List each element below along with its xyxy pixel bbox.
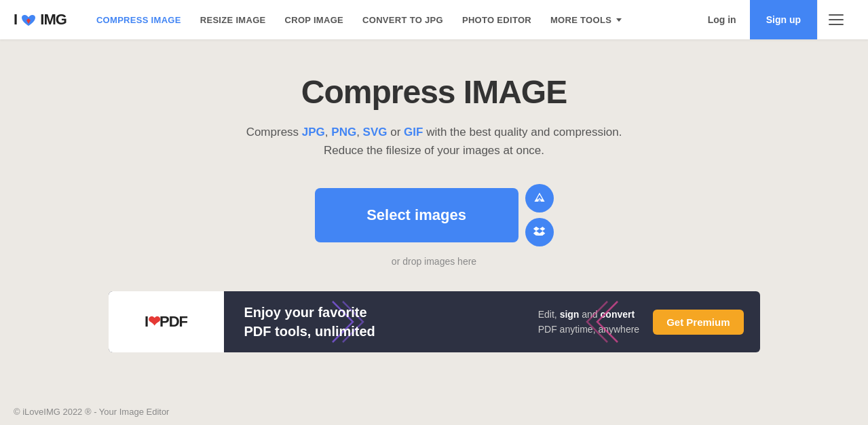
format-jpg: JPG	[302, 126, 325, 138]
select-images-button[interactable]: Select images	[315, 188, 518, 242]
hamburger-line1	[829, 14, 844, 16]
ad-subtext-pdf: PDF anytime, anywhere	[538, 324, 639, 335]
nav-right: Log in Sign up	[694, 0, 854, 39]
ad-subtext-convert: convert	[601, 309, 635, 320]
dropbox-upload-button[interactable]	[525, 218, 554, 246]
ad-subtext-edit: Edit,	[538, 309, 560, 320]
logo-text: I IMG	[14, 11, 67, 29]
hamburger-line2	[829, 19, 844, 20]
subtitle: Compress JPG, PNG, SVG or GIF with the b…	[246, 123, 622, 160]
ad-logo-section: I❤PDF	[109, 291, 224, 352]
signup-button[interactable]: Sign up	[750, 0, 817, 39]
drop-text: or drop images here	[392, 256, 476, 267]
google-drive-icon	[533, 191, 546, 205]
footer-text: © iLoveIMG 2022 ® - Your Image Editor	[14, 407, 169, 417]
nav-links: COMPRESS IMAGE RESIZE IMAGE CROP IMAGE C…	[87, 0, 694, 39]
login-button[interactable]: Log in	[694, 0, 750, 39]
navbar: I IMG COMPRESS IMAGE RESIZE IMAGE CROP I…	[0, 0, 868, 39]
format-png: PNG	[331, 126, 356, 138]
logo-heart-icon	[21, 14, 36, 26]
ad-subtext-sign: sign	[560, 309, 580, 320]
hamburger-line3	[829, 24, 844, 25]
upload-area: Select images	[315, 184, 554, 246]
logo[interactable]: I IMG	[14, 11, 67, 29]
nav-more-label: MORE TOOLS	[550, 15, 611, 25]
get-premium-button[interactable]: Get Premium	[653, 310, 743, 335]
ad-logo: I❤PDF	[145, 313, 187, 331]
ad-headline-line1: Enjoy your favorite	[244, 303, 502, 322]
cloud-upload-buttons	[525, 184, 554, 246]
subtitle-line2: Reduce the filesize of your images at on…	[324, 144, 544, 157]
ad-subtext: Edit, sign and convert PDF anytime, anyw…	[538, 307, 639, 337]
chevron-down-icon	[616, 18, 622, 22]
ad-banner: I❤PDF Enjoy your favorite PDF tools, unl…	[109, 291, 760, 352]
subtitle-prefix: Compress	[246, 126, 302, 138]
ad-right: Edit, sign and convert PDF anytime, anyw…	[522, 307, 760, 337]
format-svg: SVG	[363, 126, 388, 138]
ad-content: Enjoy your favorite PDF tools, unlimited	[224, 303, 522, 341]
google-drive-upload-button[interactable]	[525, 184, 554, 212]
nav-compress[interactable]: COMPRESS IMAGE	[87, 0, 191, 39]
nav-more-tools[interactable]: MORE TOOLS	[541, 0, 631, 39]
footer: © iLoveIMG 2022 ® - Your Image Editor	[0, 399, 868, 425]
nav-resize[interactable]: RESIZE IMAGE	[191, 0, 276, 39]
page-title: Compress IMAGE	[301, 73, 567, 111]
ad-subtext-and: and	[579, 309, 600, 320]
hamburger-menu[interactable]	[817, 0, 854, 39]
main-content: Compress IMAGE Compress JPG, PNG, SVG or…	[0, 39, 868, 373]
nav-convert[interactable]: CONVERT TO JPG	[353, 0, 453, 39]
nav-photo[interactable]: PHOTO EDITOR	[453, 0, 541, 39]
nav-crop[interactable]: CROP IMAGE	[276, 0, 354, 39]
ad-headline-line2: PDF tools, unlimited	[244, 322, 502, 341]
format-gif: GIF	[404, 126, 423, 138]
dropbox-icon	[533, 225, 546, 239]
